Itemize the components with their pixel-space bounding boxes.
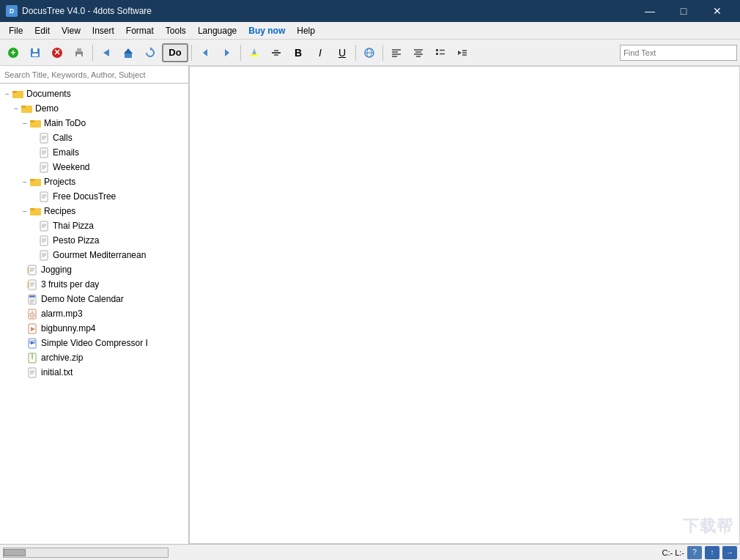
align-left-button[interactable] (386, 43, 407, 62)
cursor-position: C:- L:- (662, 548, 684, 557)
italic-button[interactable]: I (310, 43, 330, 62)
folder-icon-projects (29, 176, 42, 188)
tree-node-archive-zip[interactable]: archive.zip (0, 350, 188, 365)
tree-node-recipes[interactable]: − Recipes (0, 204, 188, 218)
tree-node-jogging[interactable]: Jogging (0, 262, 188, 277)
tree-label-calls: Calls (53, 133, 73, 143)
web-button[interactable] (359, 43, 380, 62)
svg-marker-17 (252, 48, 256, 54)
tree-label-initial-txt: initial.txt (41, 367, 73, 377)
doc-icon-weekend (38, 161, 51, 173)
svg-text:+: + (10, 48, 15, 58)
tree-toggle-main-todo[interactable]: − (21, 119, 29, 128)
tree-toggle-demo[interactable]: − (12, 105, 21, 113)
save-button[interactable] (25, 43, 45, 62)
svg-rect-16 (250, 54, 259, 56)
media-icon-alarm (26, 308, 40, 320)
doc-icon-initial-txt (26, 366, 40, 378)
window-controls: — □ ✕ (633, 0, 734, 22)
tree-node-documents[interactable]: − Documents (0, 86, 188, 101)
list-button[interactable] (430, 43, 451, 62)
indent-button[interactable] (452, 43, 473, 62)
menu-view[interactable]: View (56, 22, 86, 39)
tree-label-bigbunny-mp4: bigbunny.mp4 (41, 323, 96, 334)
status-bar-left (3, 548, 169, 558)
tree-node-bigbunny-mp4[interactable]: bigbunny.mp4 (0, 321, 188, 336)
underline-button[interactable]: U (332, 43, 352, 62)
tree-node-demo-note-cal[interactable]: Demo Note Calendar (0, 292, 188, 306)
tree-node-thai-pizza[interactable]: Thai Pizza (0, 218, 188, 233)
doc-icon-demo-note-cal (26, 293, 40, 305)
horizontal-scrollbar[interactable] (3, 548, 169, 558)
tree-node-weekend[interactable]: Weekend (0, 160, 188, 174)
prev-button[interactable] (195, 43, 215, 62)
strikethrough-button[interactable] (266, 43, 286, 62)
tree-toggle-recipes[interactable]: − (21, 207, 29, 215)
tree-toggle-documents[interactable]: − (3, 90, 12, 98)
tree-node-initial-txt[interactable]: initial.txt (0, 365, 188, 380)
home-button[interactable] (118, 43, 138, 62)
menu-insert[interactable]: Insert (86, 22, 120, 39)
tree-label-simple-video: Simple Video Compressor I (41, 338, 148, 348)
menu-edit[interactable]: Edit (29, 22, 56, 39)
status-bar-right: C:- L:- ? ↑ → (662, 546, 737, 559)
find-text-input[interactable] (620, 45, 737, 61)
align-center-button[interactable] (408, 43, 429, 62)
help-button[interactable]: ? (687, 546, 702, 559)
tree-node-emails[interactable]: Emails (0, 145, 188, 160)
close-button[interactable]: ✕ (700, 0, 734, 22)
tree-label-recipes: Recipes (44, 206, 75, 216)
toolbar: + × Do B I U (0, 40, 740, 66)
new-button[interactable]: + (3, 43, 23, 62)
tree-node-simple-video[interactable]: Simple Video Compressor I (0, 336, 188, 350)
svg-rect-43 (21, 106, 26, 108)
toolbar-separator-5 (382, 45, 383, 61)
editor-textarea[interactable] (190, 67, 739, 543)
tree-node-3-fruits[interactable]: 3 fruits per day (0, 277, 188, 292)
svg-rect-4 (32, 54, 38, 56)
doc-icon-calls (38, 132, 51, 144)
delete-button[interactable]: × (47, 43, 67, 62)
tree-label-weekend: Weekend (53, 162, 89, 172)
tree-node-gourmet-med[interactable]: Gourmet Mediterranean (0, 248, 188, 262)
bold-button[interactable]: B (288, 43, 308, 62)
tree-node-alarm-mp3[interactable]: alarm.mp3 (0, 306, 188, 321)
highlight-button[interactable] (244, 43, 264, 62)
menu-buynow[interactable]: Buy now (243, 22, 291, 39)
svg-rect-65 (30, 208, 34, 210)
print-button[interactable] (69, 43, 89, 62)
refresh-button[interactable] (140, 43, 160, 62)
scrollbar-thumb[interactable] (4, 549, 26, 556)
do-button[interactable]: Do (162, 43, 188, 62)
tree-toggle-projects[interactable]: − (21, 178, 29, 186)
up-button[interactable]: ↑ (705, 546, 719, 559)
next-button[interactable] (217, 43, 237, 62)
sidebar-search-input[interactable] (0, 66, 188, 83)
tree-node-projects[interactable]: − Projects (0, 174, 188, 189)
menu-language[interactable]: Language (192, 22, 243, 39)
menu-file[interactable]: File (3, 22, 29, 39)
toolbar-separator-1 (92, 45, 93, 61)
svg-rect-33 (436, 53, 438, 55)
tree-node-free-docustree[interactable]: Free DocusTree (0, 189, 188, 204)
menu-format[interactable]: Format (120, 22, 160, 39)
sidebar: − Documents − Demo − (0, 66, 189, 544)
tree-node-calls[interactable]: Calls (0, 130, 188, 145)
folder-icon-demo (21, 103, 34, 114)
back-button[interactable] (96, 43, 116, 62)
svg-marker-15 (225, 49, 229, 56)
tree-label-documents: Documents (26, 89, 71, 99)
right-button[interactable]: → (722, 546, 737, 559)
maximize-button[interactable]: □ (667, 0, 700, 22)
minimize-button[interactable]: — (633, 0, 667, 22)
tree-node-pesto-pizza[interactable]: Pesto Pizza (0, 233, 188, 248)
tree-node-demo[interactable]: − Demo (0, 101, 188, 116)
svg-rect-8 (77, 48, 81, 52)
menu-tools[interactable]: Tools (160, 22, 192, 39)
window-title: DocusTree V4.0 - 4dots Software (22, 6, 152, 16)
toolbar-separator-3 (240, 45, 241, 61)
tree-label-emails: Emails (53, 147, 79, 158)
svg-point-95 (32, 314, 33, 316)
tree-node-main-todo[interactable]: − Main ToDo (0, 116, 188, 130)
menu-help[interactable]: Help (291, 22, 321, 39)
